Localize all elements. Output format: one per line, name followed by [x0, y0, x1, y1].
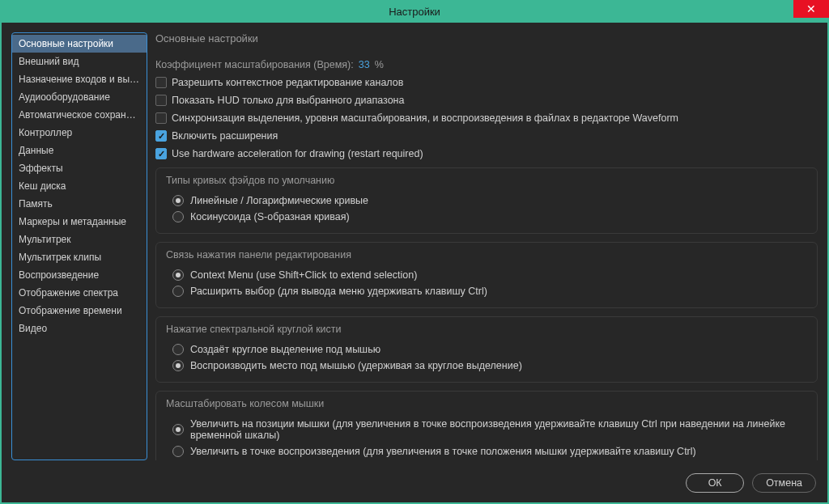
checkbox-label[interactable]: Разрешить контекстное редактирование кан…	[172, 77, 403, 88]
radio-zoom-playhead[interactable]	[172, 446, 184, 457]
radio-row: Косинусоида (S-образная кривая)	[166, 209, 807, 225]
sidebar-item-video[interactable]: Видео	[12, 320, 147, 337]
sidebar-item-media-cache[interactable]: Кеш диска	[12, 177, 147, 195]
radio-row: Увеличить на позиции мышки (для увеличен…	[166, 416, 807, 443]
close-icon: ✕	[806, 2, 816, 15]
checkbox-context-channel-edit[interactable]	[155, 77, 167, 88]
checkbox-hardware-accel[interactable]	[155, 148, 167, 159]
settings-panel: Основные настройки Коэффициент масштабир…	[155, 32, 818, 460]
radio-cosine[interactable]	[172, 211, 184, 222]
radio-label[interactable]: Увеличить в точке воспроизведения (для у…	[190, 446, 696, 457]
sidebar-item-label: Воспроизведение	[19, 269, 99, 281]
sidebar-item-control-surface[interactable]: Контроллер	[12, 124, 147, 142]
radio-linear-log[interactable]	[172, 195, 184, 206]
sidebar-item-effects[interactable]: Эффекты	[12, 159, 147, 177]
radio-row: Создаёт круглое выделение под мышью	[166, 341, 807, 358]
radio-row: Линейные / Логарифмические кривые	[166, 193, 807, 209]
titlebar: Настройки ✕	[0, 0, 829, 23]
radio-label[interactable]: Косинусоида (S-образная кривая)	[190, 211, 350, 222]
radio-label[interactable]: Расширить выбор (для вывода меню удержив…	[190, 286, 487, 297]
checkbox-row: Показать HUD только для выбранного диапа…	[155, 95, 818, 106]
sidebar-item-label: Контроллер	[19, 127, 72, 138]
radio-label[interactable]: Context Menu (use Shift+Click to extend …	[190, 269, 417, 281]
checkbox-row: Включить расширения	[155, 130, 818, 142]
group-spectral-brush: Нажатие спектральной круглой кисти Созда…	[155, 316, 818, 383]
ok-button[interactable]: ОК	[686, 473, 744, 493]
sidebar-item-auto-save[interactable]: Автоматическое сохранение	[12, 106, 147, 124]
checkbox-label[interactable]: Включить расширения	[172, 130, 278, 142]
sidebar-item-label: Отображение времени	[19, 305, 122, 316]
sidebar-item-spectral-display[interactable]: Отображение спектра	[12, 284, 147, 302]
sidebar-item-label: Память	[19, 198, 53, 210]
dialog-footer: ОК Отмена	[2, 467, 827, 502]
sidebar-item-label: Отображение спектра	[19, 287, 118, 299]
sidebar-item-multitrack[interactable]: Мультитрек	[12, 231, 147, 248]
cancel-button[interactable]: Отмена	[752, 473, 816, 493]
sidebar-item-appearance[interactable]: Внешний вид	[12, 53, 147, 70]
sidebar-item-label: Эффекты	[19, 163, 63, 174]
sidebar-item-general[interactable]: Основные настройки	[12, 35, 147, 53]
sidebar-item-memory[interactable]: Память	[12, 195, 147, 213]
checkbox-sync-selection[interactable]	[155, 112, 167, 124]
radio-zoom-mouse-pos[interactable]	[172, 424, 184, 435]
sidebar-item-label: Маркеры и метаданные	[19, 216, 126, 227]
radio-extend-selection[interactable]	[172, 286, 184, 297]
sidebar-item-hardware-io[interactable]: Назначение входов и выходов	[12, 70, 147, 88]
sidebar-item-label: Автоматическое сохранение	[19, 109, 147, 121]
sidebar-item-label: Основные настройки	[19, 38, 113, 49]
sidebar-item-label: Мультитрек	[19, 234, 70, 245]
radio-row: Увеличить в точке воспроизведения (для у…	[166, 443, 807, 460]
sidebar-item-label: Аудиооборудование	[19, 91, 110, 103]
zoom-unit: %	[375, 59, 384, 70]
radio-label[interactable]: Создаёт круглое выделение под мышью	[190, 344, 380, 355]
group-fade-curves: Типы кривых фэйдов по умолчанию Линейные…	[155, 167, 818, 234]
checkbox-row: Синхронизация выделения, уровня масштаби…	[155, 112, 818, 124]
window-title: Настройки	[389, 6, 440, 18]
checkbox-label[interactable]: Синхронизация выделения, уровня масштаби…	[172, 112, 678, 124]
close-button[interactable]: ✕	[793, 0, 829, 18]
sidebar-item-markers-metadata[interactable]: Маркеры и метаданные	[12, 213, 147, 231]
sidebar-item-label: Назначение входов и выходов	[19, 74, 147, 85]
sidebar-item-label: Внешний вид	[19, 56, 79, 67]
zoom-value[interactable]: 33	[359, 59, 370, 70]
zoom-label: Коэффициент масштабирования (Время):	[155, 59, 354, 70]
checkbox-label[interactable]: Use hardware acceleration for drawing (r…	[172, 148, 423, 159]
sidebar: Основные настройки Внешний вид Назначени…	[11, 32, 147, 460]
sidebar-item-label: Данные	[19, 145, 53, 156]
group-editor-click: Связь нажатия панели редактирования Cont…	[155, 242, 818, 308]
radio-row: Context Menu (use Shift+Click to extend …	[166, 267, 807, 283]
settings-window: Настройки ✕ Основные настройки Внешний в…	[0, 0, 829, 504]
sidebar-item-playback[interactable]: Воспроизведение	[12, 266, 147, 284]
sidebar-item-label: Мультитрек клипы	[19, 252, 101, 263]
radio-row: Расширить выбор (для вывода меню удержив…	[166, 283, 807, 299]
sidebar-item-time-display[interactable]: Отображение времени	[12, 302, 147, 320]
radio-label[interactable]: Увеличить на позиции мышки (для увеличен…	[190, 418, 807, 441]
checkbox-hud-selection[interactable]	[155, 95, 167, 106]
sidebar-item-data[interactable]: Данные	[12, 142, 147, 159]
sidebar-item-audio-hardware[interactable]: Аудиооборудование	[12, 88, 147, 106]
radio-label[interactable]: Линейные / Логарифмические кривые	[190, 195, 368, 206]
checkbox-row: Use hardware acceleration for drawing (r…	[155, 148, 818, 159]
group-title: Масштабировать колесом мышки	[166, 398, 807, 409]
radio-context-menu[interactable]	[172, 269, 184, 281]
group-title: Связь нажатия панели редактирования	[166, 249, 807, 260]
checkbox-row: Разрешить контекстное редактирование кан…	[155, 77, 818, 88]
radio-row: Воспроизводить место под мышью (удержива…	[166, 358, 807, 374]
radio-create-selection[interactable]	[172, 344, 184, 355]
sidebar-item-label: Кеш диска	[19, 180, 66, 192]
content-area: Основные настройки Внешний вид Назначени…	[2, 23, 827, 502]
checkbox-enable-extensions[interactable]	[155, 130, 167, 142]
group-title: Нажатие спектральной круглой кисти	[166, 324, 807, 335]
sidebar-item-multitrack-clips[interactable]: Мультитрек клипы	[12, 248, 147, 266]
radio-label[interactable]: Воспроизводить место под мышью (удержива…	[190, 360, 522, 371]
panel-title: Основные настройки	[155, 32, 818, 44]
radio-play-under-mouse[interactable]	[172, 360, 184, 371]
checkbox-label[interactable]: Показать HUD только для выбранного диапа…	[172, 95, 404, 106]
group-title: Типы кривых фэйдов по умолчанию	[166, 175, 807, 186]
sidebar-item-label: Видео	[19, 323, 47, 334]
main-area: Основные настройки Внешний вид Назначени…	[2, 23, 827, 467]
zoom-row: Коэффициент масштабирования (Время): 33 …	[155, 59, 818, 70]
group-mouse-wheel-zoom: Масштабировать колесом мышки Увеличить н…	[155, 391, 818, 460]
